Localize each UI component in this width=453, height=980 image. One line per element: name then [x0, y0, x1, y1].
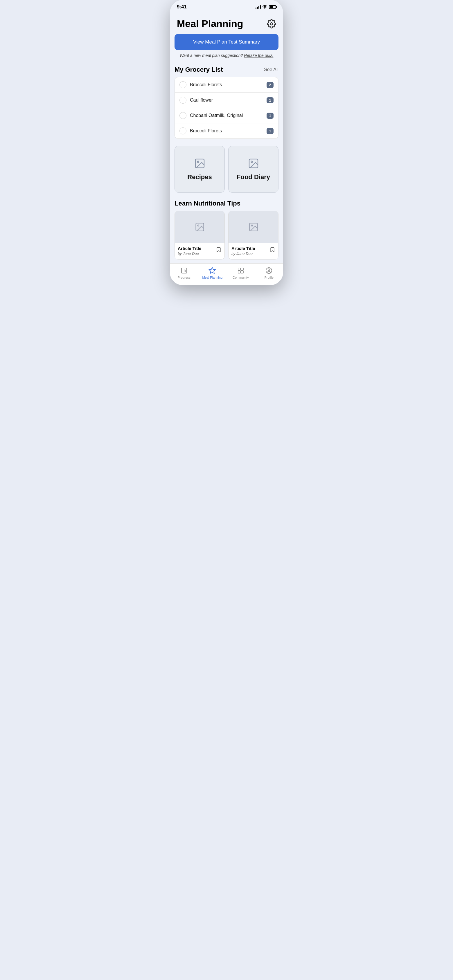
grocery-name: Cauliflower: [190, 97, 213, 103]
article-image: [228, 211, 278, 243]
progress-icon: [180, 266, 188, 275]
grocery-qty: 1: [266, 97, 274, 103]
grocery-checkbox[interactable]: [179, 81, 187, 88]
svg-rect-16: [238, 271, 241, 273]
svg-rect-14: [238, 268, 241, 270]
see-all-button[interactable]: See All: [264, 67, 279, 72]
grocery-name: Broccoli Florets: [190, 82, 222, 88]
recipes-card[interactable]: Recipes: [174, 146, 225, 193]
grocery-name: Broccoli Florets: [190, 128, 222, 134]
svg-marker-13: [209, 267, 215, 274]
articles-row: Article Title by Jane Doe Article Title: [174, 211, 279, 259]
status-bar: 9:41: [170, 0, 283, 12]
food-diary-image-icon: [248, 158, 259, 169]
article-author: by Jane Doe: [231, 251, 255, 256]
bookmark-icon[interactable]: [216, 247, 222, 253]
svg-point-4: [251, 161, 252, 162]
bookmark-icon[interactable]: [270, 247, 275, 253]
nav-progress[interactable]: Progress: [174, 266, 194, 279]
grocery-item[interactable]: Broccoli Florets 2: [175, 77, 278, 92]
grocery-list-title: My Grocery List: [174, 66, 223, 73]
grocery-list-header: My Grocery List See All: [174, 66, 279, 73]
article-card[interactable]: Article Title by Jane Doe: [174, 211, 225, 259]
article-image-icon: [248, 222, 259, 232]
main-content: Meal Planning View Meal Plan Test Summar…: [170, 12, 283, 285]
article-author: by Jane Doe: [178, 251, 201, 256]
quiz-hint: Want a new meal plan suggestion? Retake …: [174, 53, 279, 58]
grocery-qty: 2: [266, 82, 274, 88]
cta-section: View Meal Plan Test Summary Want a new m…: [170, 34, 283, 61]
profile-icon: [265, 266, 273, 275]
page-header: Meal Planning: [170, 12, 283, 34]
svg-point-2: [197, 161, 199, 162]
meal-planning-icon: [208, 266, 216, 275]
grocery-item[interactable]: Chobani Oatmilk, Original 1: [175, 108, 278, 123]
svg-point-0: [270, 23, 273, 25]
retake-quiz-link[interactable]: Retake the quiz!: [244, 53, 273, 58]
grocery-list-section: My Grocery List See All Broccoli Florets…: [170, 61, 283, 141]
nav-profile[interactable]: Profile: [259, 266, 279, 279]
svg-rect-17: [241, 271, 243, 273]
recipes-image-icon: [194, 158, 206, 169]
phone-frame: 9:41 Meal Planning: [170, 0, 283, 285]
status-icons: [255, 5, 276, 9]
svg-point-8: [251, 225, 253, 226]
svg-point-19: [268, 269, 270, 270]
signal-icon: [255, 5, 261, 9]
food-diary-label: Food Diary: [237, 173, 270, 181]
nutritional-tips-title: Learn Nutritional Tips: [174, 200, 279, 207]
recipes-label: Recipes: [187, 173, 212, 181]
view-meal-plan-button[interactable]: View Meal Plan Test Summary: [174, 34, 279, 50]
svg-rect-15: [241, 268, 243, 270]
svg-point-6: [198, 225, 199, 226]
grocery-qty: 1: [266, 113, 274, 119]
article-image: [175, 211, 225, 243]
grocery-checkbox[interactable]: [179, 127, 187, 134]
battery-icon: [269, 5, 276, 9]
nutritional-tips-section: Learn Nutritional Tips Article Title by …: [170, 195, 283, 262]
status-time: 9:41: [177, 4, 187, 10]
wifi-icon: [263, 5, 267, 9]
nav-meal-planning[interactable]: Meal Planning: [202, 266, 222, 279]
grocery-checkbox[interactable]: [179, 97, 187, 103]
bottom-nav: Progress Meal Planning Community: [170, 263, 283, 285]
nav-community[interactable]: Community: [231, 266, 251, 279]
article-title: Article Title: [178, 246, 201, 251]
progress-nav-label: Progress: [178, 276, 190, 279]
meal-planning-nav-label: Meal Planning: [202, 276, 222, 279]
article-title: Article Title: [231, 246, 255, 251]
grocery-name: Chobani Oatmilk, Original: [190, 113, 243, 118]
grocery-qty: 1: [266, 128, 274, 134]
grocery-checkbox[interactable]: [179, 112, 187, 119]
page-title: Meal Planning: [177, 18, 243, 29]
grocery-item[interactable]: Broccoli Florets 1: [175, 123, 278, 138]
community-icon: [237, 266, 245, 275]
article-card[interactable]: Article Title by Jane Doe: [228, 211, 279, 259]
cards-row: Recipes Food Diary: [170, 141, 283, 195]
grocery-list: Broccoli Florets 2 Cauliflower 1 Chobani…: [174, 77, 279, 139]
grocery-item[interactable]: Cauliflower 1: [175, 92, 278, 108]
food-diary-card[interactable]: Food Diary: [228, 146, 279, 193]
profile-nav-label: Profile: [265, 276, 274, 279]
community-nav-label: Community: [233, 276, 249, 279]
article-image-icon: [195, 222, 205, 232]
settings-icon[interactable]: [267, 19, 276, 29]
